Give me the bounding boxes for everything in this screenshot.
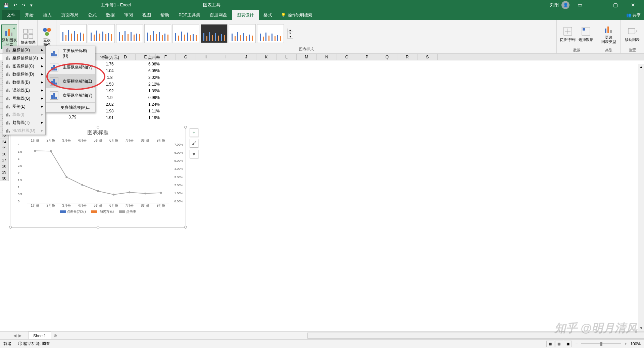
sheet-next-icon[interactable]: ▶ (18, 333, 21, 338)
chart-styles-button[interactable]: 🖌 (190, 139, 198, 148)
chart-style-5[interactable] (172, 24, 199, 43)
cell[interactable]: 3.79 (56, 115, 89, 121)
row-header[interactable]: 25 (0, 145, 8, 151)
tab-file[interactable]: 文件 (2, 10, 20, 20)
menu-item[interactable]: 趋势线(T)▶ (3, 118, 45, 127)
scroll-down-icon[interactable]: ▼ (638, 325, 644, 331)
col-header[interactable]: L (277, 54, 297, 60)
row-header[interactable]: 24 (0, 139, 8, 145)
col-header[interactable]: G (176, 54, 196, 60)
row-header[interactable]: 29 (0, 169, 8, 175)
sheet-prev-icon[interactable]: ◀ (13, 333, 16, 338)
col-header[interactable]: I (216, 54, 236, 60)
col-header[interactable]: P (357, 54, 377, 60)
cell[interactable]: 0.99% (132, 95, 176, 101)
move-chart-button[interactable]: 移动图表 (624, 21, 641, 46)
col-header[interactable]: Q (377, 54, 397, 60)
row-header[interactable]: 26 (0, 151, 8, 157)
share-button[interactable]: 👥 共享 (626, 10, 641, 20)
zoom-slider[interactable] (581, 343, 621, 344)
redo-icon[interactable]: ↷ (22, 3, 26, 8)
tell-me-search[interactable]: 💡 操作说明搜索 (277, 10, 316, 20)
handle-br[interactable] (184, 226, 187, 229)
primary-y-axis[interactable]: 00.511.522.533.54 (18, 143, 22, 203)
scroll-up-icon[interactable]: ▲ (638, 64, 644, 70)
chart-style-3[interactable] (116, 24, 143, 43)
menu-item[interactable]: 数据表(B)▶ (3, 78, 45, 86)
tab-chartdesign[interactable]: 图表设计 (232, 10, 259, 20)
chart-style-7[interactable] (229, 24, 256, 43)
cell[interactable]: 1.11% (132, 108, 176, 114)
submenu-item[interactable]: 次要纵坐标轴(Y) (46, 88, 95, 102)
primary-x-axis[interactable]: 1月份2月份3月份4月份5月份6月份7月份8月份9月份 (10, 203, 186, 208)
tab-pdf[interactable]: PDF工具集 (174, 10, 205, 20)
chart-plot-area[interactable]: 00.511.522.533.54 0.00%1.00%2.00%3.00%4.… (27, 143, 169, 203)
undo-icon[interactable]: ↶ (13, 3, 17, 8)
chart-style-8[interactable] (257, 24, 284, 43)
col-header[interactable]: K (256, 54, 277, 60)
cell[interactable]: 1.24% (132, 101, 176, 107)
cell[interactable]: 2.12% (132, 81, 176, 87)
select-data-button[interactable]: 选择数据 (578, 21, 594, 46)
col-header[interactable]: O (337, 54, 357, 60)
add-sheet-icon[interactable]: ⊕ (54, 333, 57, 338)
secondary-y-axis[interactable]: 0.00%1.00%2.00%3.00%4.00%5.00%6.00%7.00% (174, 143, 183, 203)
tab-format[interactable]: 格式 (259, 10, 277, 20)
accessibility-status[interactable]: ⓘ 辅助功能: 调查 (18, 341, 50, 347)
normal-view-icon[interactable]: ▦ (546, 341, 554, 347)
menu-item[interactable]: 网格线(G)▶ (3, 94, 45, 102)
tab-insert[interactable]: 插入 (38, 10, 56, 20)
legend-item-3[interactable]: 点击率 (119, 209, 136, 214)
zoom-level[interactable]: 100% (630, 342, 641, 346)
chart-legend[interactable]: 点击量(万次) 消费(万元) 点击率 (10, 208, 186, 214)
minimize-icon[interactable]: — (590, 0, 605, 10)
cell-header-d[interactable]: 点击率 (132, 54, 176, 60)
tab-review[interactable]: 审阅 (119, 10, 138, 20)
col-header[interactable]: S (417, 54, 438, 60)
menu-item[interactable]: 误差线(E)▶ (3, 86, 45, 94)
submenu-item[interactable]: 主要横坐标轴(H) (46, 46, 95, 60)
legend-item-1[interactable]: 点击量(万次) (60, 209, 86, 214)
legend-item-2[interactable]: 消费(万元) (91, 209, 114, 214)
zoom-out-icon[interactable]: − (575, 342, 578, 346)
chart-style-1[interactable] (60, 24, 87, 43)
col-header[interactable]: J (236, 54, 256, 60)
tab-home[interactable]: 开始 (20, 10, 38, 20)
row-header[interactable]: 27 (0, 157, 8, 163)
col-header[interactable]: N (317, 54, 337, 60)
more-axis-options[interactable]: 更多轴选项(M)... (46, 102, 95, 112)
cell[interactable]: 6.08% (132, 61, 176, 67)
handle-t[interactable] (97, 126, 99, 129)
handle-bl[interactable] (9, 226, 12, 229)
col-header[interactable]: M (297, 54, 317, 60)
handle-tr[interactable] (184, 126, 187, 129)
row-header[interactable]: 30 (0, 175, 8, 181)
chart-style-6[interactable] (201, 24, 228, 43)
scroll-up-icon[interactable]: ▲ (288, 29, 293, 32)
submenu-item[interactable]: 次要横坐标轴(Z) (46, 74, 95, 88)
chart-style-4[interactable] (144, 24, 171, 43)
switch-rowcol-button[interactable]: 切换行/列 (559, 21, 576, 46)
vertical-scrollbar[interactable]: ▲ ▼ (638, 64, 644, 331)
secondary-x-axis[interactable]: 1月份2月份3月份4月份5月份6月份7月份8月份9月份 (10, 138, 186, 143)
tab-help[interactable]: 帮助 (156, 10, 174, 20)
scroll-down-icon[interactable]: ▼ (288, 32, 293, 35)
menu-item[interactable]: 图例(L)▶ (3, 102, 45, 110)
tab-data[interactable]: 数据 (101, 10, 119, 20)
menu-item[interactable]: 坐标轴标题(A)▶ (3, 54, 45, 62)
row-header[interactable]: 28 (0, 163, 8, 169)
tab-view[interactable]: 视图 (138, 10, 156, 20)
cell[interactable]: 1.91 (88, 115, 132, 121)
menu-item[interactable]: 数据标签(D)▶ (3, 70, 45, 78)
ribbon-display-icon[interactable]: ▭ (572, 0, 587, 10)
cell[interactable]: 1.39% (132, 88, 176, 94)
zoom-in-icon[interactable]: + (625, 342, 627, 346)
sheet-tab-1[interactable]: Sheet1 (28, 332, 51, 340)
change-chart-type-button[interactable]: 更改 图表类型 (600, 21, 617, 46)
tab-formulas[interactable]: 公式 (83, 10, 101, 20)
chart-elements-button[interactable]: + (190, 128, 198, 137)
maximize-icon[interactable]: ▢ (608, 0, 623, 10)
cell[interactable]: 1.19% (132, 115, 176, 121)
cell[interactable]: 6.05% (132, 68, 176, 74)
save-icon[interactable]: 💾 (3, 3, 9, 8)
